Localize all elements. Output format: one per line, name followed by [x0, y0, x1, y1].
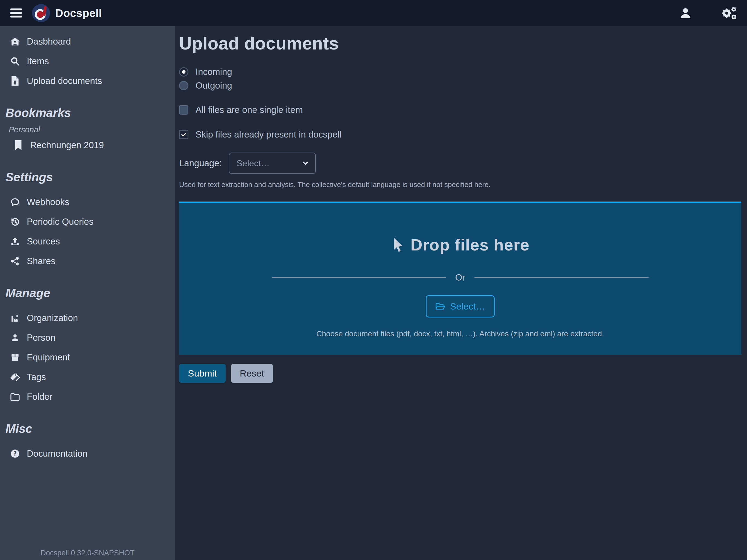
radio-label: Outgoing — [196, 80, 232, 91]
box-icon — [10, 352, 20, 362]
sidebar-item-label: Sources — [27, 236, 60, 247]
checkbox-skip-duplicates[interactable]: Skip files already present in docspell — [179, 127, 741, 142]
page-title: Upload documents — [179, 33, 741, 54]
file-dropzone[interactable]: Drop files here Or Select… Choose docume… — [179, 202, 741, 355]
sidebar-item-tags[interactable]: Tags — [0, 367, 175, 387]
section-title: Manage — [0, 286, 175, 301]
share-nodes-icon — [10, 256, 20, 266]
sidebar-section-misc: Misc ? Documentation — [0, 422, 175, 463]
home-icon — [10, 36, 20, 47]
sidebar-item-organization[interactable]: Organization — [0, 308, 175, 328]
sidebar: Dasbhoard Items — [0, 26, 175, 560]
sidebar-item-dashboard[interactable]: Dasbhoard — [0, 32, 175, 51]
chevron-down-icon — [302, 159, 309, 167]
topbar: Docspell — [0, 0, 747, 26]
question-circle-icon: ? — [10, 449, 20, 459]
section-title: Misc — [0, 422, 175, 436]
radio-control[interactable] — [179, 81, 188, 90]
folder-open-icon — [435, 302, 445, 311]
brand[interactable]: Docspell — [32, 4, 102, 22]
mouse-pointer-icon — [391, 237, 405, 253]
checkbox-control[interactable] — [179, 105, 188, 114]
radio-outgoing[interactable]: Outgoing — [179, 79, 741, 93]
sidebar-section-bookmarks: Bookmarks Personal Rechnungen 2019 — [0, 105, 175, 155]
sidebar-item-upload-documents[interactable]: Upload documents — [0, 71, 175, 91]
sidebar-item-items[interactable]: Items — [0, 51, 175, 71]
industry-icon — [10, 313, 20, 323]
bookmark-group-label: Personal — [0, 120, 175, 135]
sidebar-item-equipment[interactable]: Equipment — [0, 348, 175, 367]
select-files-label: Select… — [450, 301, 485, 312]
dropzone-hint: Choose document files (pdf, docx, txt, h… — [316, 330, 604, 338]
sidebar-item-label: Periodic Queries — [27, 217, 94, 227]
sidebar-item-bookmark-rechnungen-2019[interactable]: Rechnungen 2019 — [0, 135, 175, 155]
divider-line — [272, 277, 446, 278]
sidebar-item-label: Shares — [27, 256, 55, 266]
sidebar-item-documentation[interactable]: ? Documentation — [0, 444, 175, 463]
user-icon — [679, 6, 692, 20]
checkbox-single-item[interactable]: All files are one single item — [179, 103, 741, 117]
sidebar-item-label: Documentation — [27, 449, 87, 459]
brand-name: Docspell — [55, 7, 102, 19]
sidebar-item-sources[interactable]: Sources — [0, 232, 175, 251]
language-help-text: Used for text extraction and analysis. T… — [179, 180, 741, 189]
checkbox-control[interactable] — [179, 130, 188, 139]
sidebar-item-label: Folder — [27, 391, 52, 402]
language-label: Language: — [179, 158, 222, 169]
docspell-app: Docspell — [0, 0, 747, 560]
radio-incoming[interactable]: Incoming — [179, 65, 741, 79]
search-icon — [10, 56, 20, 67]
person-icon — [10, 332, 20, 343]
menu-toggle-button[interactable] — [8, 6, 24, 20]
settings-button[interactable] — [718, 4, 739, 22]
section-title: Settings — [0, 170, 175, 184]
upload-icon — [10, 236, 20, 247]
hamburger-icon — [10, 8, 22, 18]
radio-label: Incoming — [196, 67, 232, 77]
svg-text:?: ? — [14, 450, 17, 457]
sidebar-item-label: Dasbhoard — [27, 36, 71, 47]
checkbox-label: Skip files already present in docspell — [196, 129, 341, 140]
dropzone-divider: Or — [272, 272, 649, 283]
main-content: Upload documents Incoming Outgoing All f… — [175, 26, 747, 560]
radio-control[interactable] — [179, 67, 188, 77]
language-select[interactable]: Select… — [229, 153, 316, 174]
checkbox-label: All files are one single item — [196, 105, 303, 115]
dropzone-title: Drop files here — [410, 235, 530, 254]
form-actions: Submit Reset — [179, 364, 741, 383]
sidebar-item-label: Person — [27, 332, 55, 343]
comment-icon — [10, 197, 20, 207]
sidebar-item-periodic-queries[interactable]: Periodic Queries — [0, 212, 175, 232]
sidebar-section-manage: Manage Organization — [0, 286, 175, 407]
sidebar-item-label: Organization — [27, 313, 78, 323]
language-select-value: Select… — [236, 158, 269, 169]
select-files-button[interactable]: Select… — [426, 295, 495, 317]
sidebar-section-settings: Settings Webhooks — [0, 170, 175, 271]
sidebar-item-label: Tags — [27, 372, 46, 382]
bookmark-icon — [13, 140, 24, 150]
sidebar-item-label: Webhooks — [27, 197, 69, 207]
reset-button[interactable]: Reset — [231, 364, 273, 383]
sidebar-item-folder[interactable]: Folder — [0, 387, 175, 407]
submit-button[interactable]: Submit — [179, 364, 226, 383]
account-button[interactable] — [677, 5, 694, 22]
app-shell: Dasbhoard Items — [0, 26, 747, 560]
language-field: Language: Select… — [179, 153, 741, 174]
direction-radio-group: Incoming Outgoing — [179, 65, 741, 93]
docspell-logo-icon — [32, 4, 50, 22]
gears-icon — [720, 5, 737, 21]
sidebar-item-label: Items — [27, 56, 49, 67]
divider-label: Or — [455, 272, 465, 283]
folder-icon — [10, 391, 20, 402]
sidebar-item-webhooks[interactable]: Webhooks — [0, 192, 175, 212]
divider-line — [474, 277, 649, 278]
history-icon — [10, 217, 20, 227]
sidebar-item-label: Equipment — [27, 352, 70, 362]
sidebar-item-label: Upload documents — [27, 76, 102, 86]
sidebar-item-shares[interactable]: Shares — [0, 251, 175, 271]
dropzone-title-row: Drop files here — [391, 235, 530, 254]
tags-icon — [10, 372, 20, 382]
file-upload-icon — [10, 76, 20, 86]
sidebar-item-person[interactable]: Person — [0, 328, 175, 348]
app-version: Docspell 0.32.0-SNAPSHOT — [0, 549, 175, 557]
